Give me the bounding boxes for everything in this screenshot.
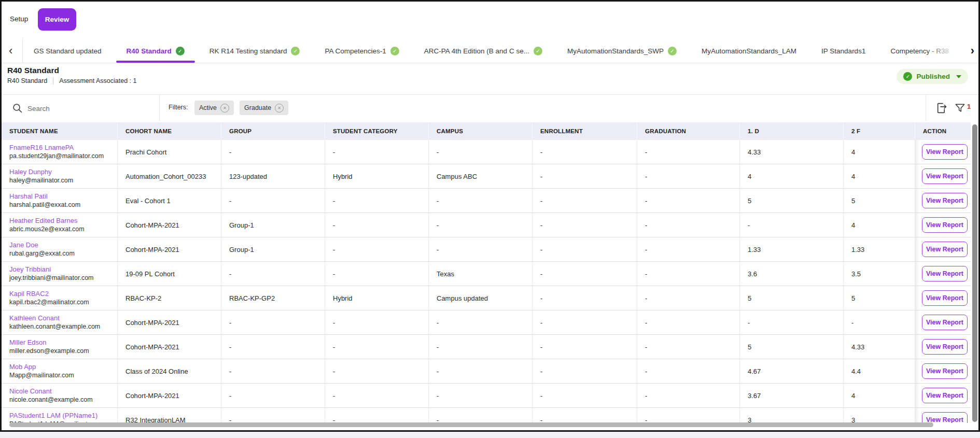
standard-tab[interactable]: IP Standards1 [821,39,865,63]
toolbar-divider [159,95,160,121]
group-cell: - [221,384,325,407]
top-bar: Setup Review [2,2,978,36]
standard-tab[interactable]: GS Standard updated [34,39,102,63]
standard-tab-label: GS Standard updated [34,47,102,55]
check-circle-icon: ✓ [668,47,677,55]
student-name-link[interactable]: PAStudent1 LAM (PPName1) [9,412,97,419]
standard-tab[interactable]: MyAutomationStandards_LAM [702,39,796,63]
student-name-link[interactable]: Miller Edson [9,338,47,346]
student-email: harshal.patil@exxat.com [9,201,80,209]
tab-review[interactable]: Review [38,8,76,31]
view-report-button[interactable]: View Report [922,168,968,184]
score-1d-cell: 3.67 [740,384,844,407]
student-name-link[interactable]: Nicole Conant [9,387,52,395]
standard-tab[interactable]: ARC-PA 4th Edition (B and C se...✓ [424,39,542,63]
chevron-right-icon[interactable]: › [969,39,974,63]
score-1d-cell: 4.67 [740,359,844,383]
subtitle-standard-name: R40 Standard [7,77,47,84]
close-circle-icon[interactable]: ✕ [275,104,284,112]
export-button[interactable] [935,102,948,117]
table-row: Harshal Patilharshal.patil@exxat.comEval… [2,189,971,213]
student-name-cell: FnameR16 LnamePApa.student29jan@mailinat… [2,140,118,164]
student-name-link[interactable]: Jane Doe [9,241,38,249]
title-block: R40 Standard R40 Standard Assessment Ass… [7,66,137,84]
student-name-link[interactable]: Harshal Patil [9,192,48,200]
check-circle-icon: ✓ [291,47,300,55]
campus-cell: - [429,237,533,261]
standard-tab[interactable]: MyAutomationStandards_SWP✓ [567,39,677,63]
search-icon [11,102,23,116]
score-2f-cell: 3 [844,408,915,423]
student-category-cell: - [325,310,429,334]
graduation-cell: - [637,310,740,334]
view-report-button[interactable]: View Report [922,266,968,281]
standard-tab[interactable]: R40 Standard✓ [127,39,185,63]
search-input[interactable] [26,102,148,115]
check-circle-icon: ✓ [534,47,542,55]
student-name-link[interactable]: Joey Tribbiani [9,265,51,273]
action-cell: View Report [915,237,971,261]
view-report-button[interactable]: View Report [922,412,968,423]
action-cell: View Report [915,262,971,286]
column-header: ACTION [915,122,972,140]
filter-button[interactable]: 1 [954,102,971,114]
tabstrip-fade [926,39,967,63]
view-report-button[interactable]: View Report [922,217,968,233]
student-category-cell: - [325,213,429,237]
view-report-button[interactable]: View Report [922,315,968,330]
tab-setup[interactable]: Setup [10,15,28,23]
column-header: CAMPUS [429,122,533,140]
enrollment-cell: - [533,189,637,213]
chevron-left-icon[interactable]: ‹ [9,39,12,63]
view-report-button[interactable]: View Report [922,388,968,403]
app-window: Setup Review ‹ GS Standard updatedR40 St… [0,0,980,432]
column-header: STUDENT CATEGORY [325,122,429,140]
standard-tab-label: MyAutomationStandards_SWP [567,47,664,55]
column-header: COHORT NAME [118,122,221,140]
action-cell: View Report [915,164,971,188]
view-report-button[interactable]: View Report [922,363,968,379]
action-cell: View Report [915,286,971,310]
table-row: Haley Dunphyhaley@mailinator.comAutomati… [2,164,971,189]
action-cell: View Report [915,384,971,407]
standard-tab-label: ARC-PA 4th Edition (B and C se... [424,47,529,55]
graduation-cell: - [637,335,740,359]
student-name-link[interactable]: Mob App [9,363,36,371]
view-report-button[interactable]: View Report [922,144,968,160]
cohort-cell: Cohort-MPA-2021 [118,310,221,334]
graduation-cell: - [637,286,740,310]
horizontal-scrollbar[interactable] [9,422,933,427]
close-circle-icon[interactable]: ✕ [220,104,229,112]
column-header: STUDENT NAME [2,122,118,140]
student-name-link[interactable]: FnameR16 LnamePA [9,144,74,151]
view-report-button[interactable]: View Report [922,339,968,355]
chevron-down-icon[interactable] [956,75,961,78]
standard-tab[interactable]: RK R14 Testing standard✓ [209,39,300,63]
vertical-scrollbar[interactable] [972,124,977,422]
status-badge[interactable]: ✓ Published [897,69,968,84]
student-email: miller.edson@example.com [9,347,89,355]
student-name-link[interactable]: Kathleen Conant [9,314,60,322]
group-cell: - [221,408,325,423]
action-cell: View Report [915,310,971,334]
group-cell: - [221,359,325,383]
student-name-link[interactable]: Kapil RBAC2 [9,290,49,298]
student-name-link[interactable]: Haley Dunphy [9,168,52,176]
view-report-button[interactable]: View Report [922,193,968,208]
view-report-button[interactable]: View Report [922,242,968,257]
graduation-cell: - [637,237,740,261]
filter-chip[interactable]: Graduate✕ [240,101,288,115]
score-1d-cell: - [740,310,844,334]
subtitle-divider [53,77,53,84]
score-2f-cell: - [844,310,915,334]
campus-cell: Campus updated [429,286,533,310]
score-2f-cell: 5 [844,189,915,213]
standard-tab[interactable]: PA Competencies-1✓ [325,39,399,63]
score-1d-cell: 4.33 [740,140,844,164]
view-report-button[interactable]: View Report [922,290,968,306]
table-row: Kathleen Conantkathleen.conant@example.c… [2,310,971,335]
student-name-link[interactable]: Heather Edited Barnes [9,217,78,224]
status-badge-label: Published [916,73,950,80]
group-cell: 123-updated [221,164,325,188]
filter-chip[interactable]: Active✕ [194,101,234,115]
